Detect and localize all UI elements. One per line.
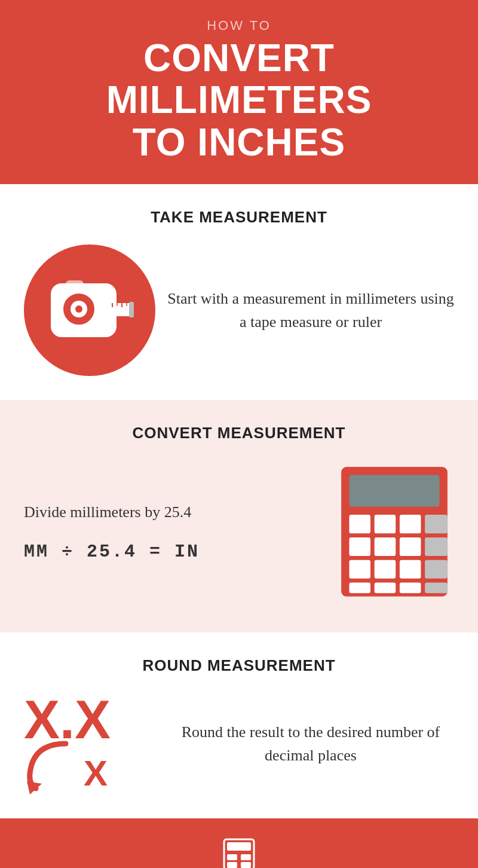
svg-rect-27 — [400, 583, 421, 594]
calculator-svg — [335, 460, 454, 600]
svg-rect-33 — [227, 862, 237, 868]
svg-rect-12 — [349, 475, 439, 507]
svg-rect-34 — [241, 854, 251, 860]
round-xx-label: X.X — [24, 693, 111, 747]
svg-rect-32 — [227, 854, 237, 860]
svg-rect-23 — [400, 560, 421, 579]
round-content: X.X X Round the result to the desired nu… — [24, 693, 454, 794]
svg-rect-18 — [375, 537, 396, 556]
svg-rect-17 — [349, 537, 370, 556]
tape-measure-icon — [42, 268, 137, 352]
convert-formula: MM ÷ 25.4 = IN — [24, 542, 323, 562]
calculator-icon — [221, 836, 257, 869]
svg-rect-19 — [400, 537, 421, 556]
take-content: Start with a measurement in millimeters … — [24, 244, 454, 376]
tape-measure-circle — [24, 244, 155, 376]
svg-rect-24 — [425, 560, 448, 579]
header-subtitle: HOW TO — [36, 18, 442, 33]
svg-point-3 — [75, 305, 82, 313]
convert-content: Divide millimeters by 25.4 MM ÷ 25.4 = I… — [24, 460, 454, 602]
footer-calculator-icon — [221, 836, 257, 869]
svg-rect-35 — [241, 862, 251, 868]
convert-measurement-title: CONVERT MEASUREMENT — [24, 424, 454, 442]
svg-rect-22 — [375, 560, 396, 579]
svg-rect-13 — [349, 515, 370, 533]
footer: INCH CALCULATOR — [0, 818, 478, 869]
round-left: X.X X — [24, 693, 155, 794]
svg-rect-31 — [227, 842, 251, 851]
round-arrow-x: X — [24, 741, 108, 794]
header: HOW TO CONVERT MILLIMETERS TO INCHES — [0, 0, 478, 184]
curved-arrow-icon — [24, 741, 84, 794]
convert-left: Divide millimeters by 25.4 MM ÷ 25.4 = I… — [24, 500, 323, 562]
svg-rect-16 — [425, 515, 448, 533]
svg-rect-20 — [425, 537, 448, 556]
svg-rect-4 — [108, 303, 131, 316]
round-measurement-title: ROUND MEASUREMENT — [24, 656, 454, 675]
svg-rect-10 — [66, 280, 84, 288]
svg-rect-21 — [349, 560, 370, 579]
header-title-line1: CONVERT MILLIMETERS — [106, 36, 372, 121]
header-title-line2: TO INCHES — [133, 121, 345, 164]
svg-rect-9 — [129, 302, 134, 317]
take-description: Start with a measurement in millimeters … — [167, 287, 454, 334]
calculator-illustration — [335, 460, 454, 602]
section-round: ROUND MEASUREMENT X.X X Round the result… — [0, 632, 478, 818]
svg-rect-28 — [425, 583, 448, 594]
take-measurement-title: TAKE MEASUREMENT — [24, 208, 454, 227]
svg-rect-15 — [400, 515, 421, 533]
section-take: TAKE MEASUREMENT — [0, 184, 478, 400]
svg-rect-14 — [375, 515, 396, 533]
header-title: CONVERT MILLIMETERS TO INCHES — [36, 37, 442, 163]
svg-rect-26 — [375, 583, 396, 594]
svg-marker-29 — [27, 781, 42, 794]
round-description: Round the result to the desired number o… — [167, 720, 454, 767]
convert-description: Divide millimeters by 25.4 — [24, 500, 323, 524]
svg-rect-25 — [349, 583, 370, 594]
section-convert: CONVERT MEASUREMENT Divide millimeters b… — [0, 400, 478, 632]
round-x-label: X — [84, 756, 108, 791]
